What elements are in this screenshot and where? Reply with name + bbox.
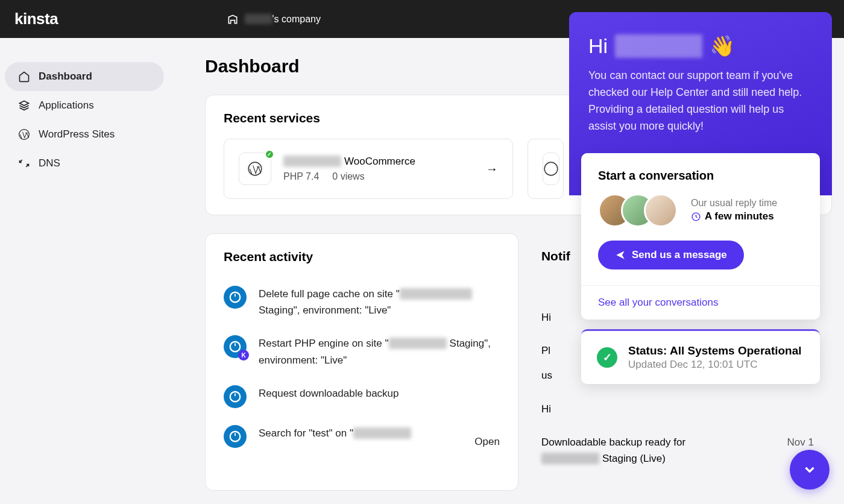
sidebar-label: Dashboard xyxy=(39,71,92,83)
chat-fab-button[interactable] xyxy=(790,450,830,490)
chevron-down-icon xyxy=(802,462,817,477)
sidebar-item-dns[interactable]: DNS xyxy=(5,149,164,178)
service-card-partial[interactable] xyxy=(528,139,564,199)
sidebar-item-dashboard[interactable]: Dashboard xyxy=(5,62,164,91)
service-views: 0 views xyxy=(332,171,364,182)
service-card[interactable]: ████████ WooCommerce PHP 7.4 0 views → xyxy=(224,139,513,199)
agent-avatars xyxy=(598,194,678,227)
svg-rect-10 xyxy=(235,433,236,436)
svg-point-9 xyxy=(230,432,241,442)
svg-point-5 xyxy=(230,342,241,352)
stack-icon xyxy=(18,99,30,112)
svg-point-2 xyxy=(544,162,558,175)
wave-emoji-icon: 👋 xyxy=(710,34,735,58)
svg-rect-8 xyxy=(235,393,236,396)
conversation-card: Start a conversation Our usual reply tim… xyxy=(581,153,820,320)
user-avatar-icon xyxy=(224,425,247,448)
activity-text: Search for "test" on "████████ xyxy=(259,425,462,441)
send-message-button[interactable]: Send us a message xyxy=(598,241,744,269)
status-updated: Updated Dec 12, 10:01 UTC xyxy=(628,359,802,371)
status-title: Status: All Systems Operational xyxy=(628,344,802,358)
support-widget: Hi ██████ 👋 You can contact our support … xyxy=(569,12,832,384)
svg-rect-4 xyxy=(235,294,236,297)
notification-item: Downloadable backup ready for████████ St… xyxy=(541,426,814,475)
logo: kinsta xyxy=(14,10,58,28)
send-icon xyxy=(615,250,626,260)
sidebar-item-wordpress[interactable]: WordPress Sites xyxy=(5,120,164,149)
status-ok-icon xyxy=(265,150,274,159)
service-icon xyxy=(543,153,559,185)
arrow-right-icon: → xyxy=(486,162,498,176)
activity-open-link[interactable]: Open xyxy=(474,436,500,448)
activity-item: Delete full page cache on site "████████… xyxy=(224,277,500,327)
avatar xyxy=(644,194,678,227)
status-card[interactable]: ✓ Status: All Systems Operational Update… xyxy=(581,329,820,384)
sidebar-item-applications[interactable]: Applications xyxy=(5,91,164,120)
support-greeting: Hi ██████ 👋 xyxy=(588,34,813,58)
service-icon xyxy=(239,153,271,185)
activity-item: Request downloadable backup xyxy=(224,377,500,417)
clock-icon xyxy=(691,212,701,222)
k-badge-icon: K xyxy=(238,350,249,361)
sidebar-label: Applications xyxy=(39,99,94,112)
service-name: ████████ WooCommerce xyxy=(283,156,474,168)
swap-icon xyxy=(18,157,30,169)
activity-text: Request downloadable backup xyxy=(259,385,500,402)
sidebar-label: DNS xyxy=(39,157,60,169)
notification-item: Hi xyxy=(541,392,814,426)
service-php: PHP 7.4 xyxy=(283,171,319,182)
svg-point-7 xyxy=(230,392,241,402)
user-avatar-icon: K xyxy=(224,335,247,358)
check-circle-icon: ✓ xyxy=(597,347,617,368)
activity-item: K Restart PHP engine on site "████████ S… xyxy=(224,327,500,376)
sidebar-label: WordPress Sites xyxy=(39,128,115,140)
user-avatar-icon xyxy=(224,385,247,408)
building-icon xyxy=(227,13,239,25)
company-name-redacted: ████ xyxy=(245,14,272,24)
see-all-conversations-link[interactable]: See all your conversations xyxy=(598,297,718,308)
conversation-title: Start a conversation xyxy=(598,169,803,183)
reply-time: A few minutes xyxy=(691,210,777,222)
svg-point-3 xyxy=(230,292,241,303)
company-suffix: 's company xyxy=(272,14,321,24)
support-subtext: You can contact our support team if you'… xyxy=(588,68,813,135)
sidebar: Dashboard Applications WordPress Sites D… xyxy=(0,38,169,178)
svg-rect-6 xyxy=(235,344,236,347)
activity-text: Restart PHP engine on site "████████ Sta… xyxy=(259,335,500,368)
recent-activity-title: Recent activity xyxy=(224,250,500,264)
user-avatar-icon xyxy=(224,286,247,309)
home-icon xyxy=(18,71,30,83)
reply-time-label: Our usual reply time xyxy=(691,198,777,209)
wordpress-icon xyxy=(18,128,30,140)
activity-text: Delete full page cache on site "████████… xyxy=(259,286,500,318)
company-selector[interactable]: ████'s company xyxy=(227,13,321,25)
activity-item: Search for "test" on "████████ Open xyxy=(224,417,500,456)
recent-activity-card: Recent activity Delete full page cache o… xyxy=(205,233,518,491)
